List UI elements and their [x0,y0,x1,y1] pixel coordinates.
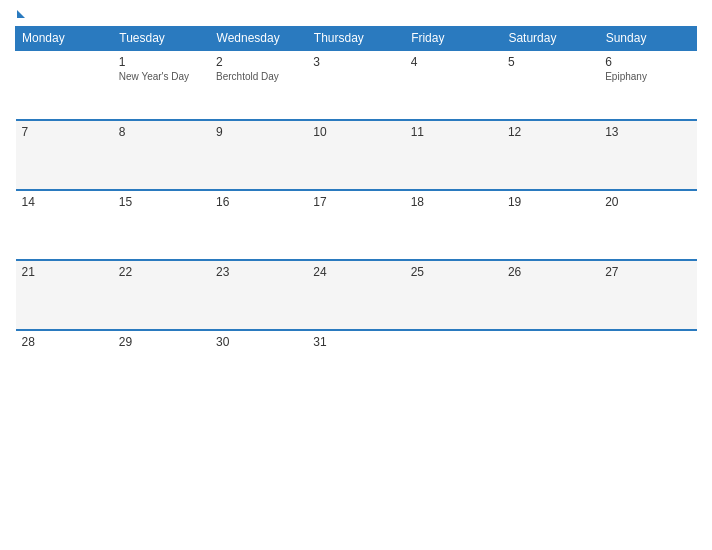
day-number: 15 [119,195,204,209]
day-number: 23 [216,265,301,279]
calendar-day-header: Monday [16,27,113,51]
day-number: 28 [22,335,107,349]
day-number: 21 [22,265,107,279]
calendar-cell: 2Berchtold Day [210,50,307,120]
calendar-cell: 14 [16,190,113,260]
calendar-cell: 10 [307,120,404,190]
calendar-cell: 31 [307,330,404,400]
calendar-cell: 30 [210,330,307,400]
day-number: 26 [508,265,593,279]
calendar-cell [16,50,113,120]
calendar-cell: 25 [405,260,502,330]
calendar-cell [405,330,502,400]
logo-triangle-icon [17,10,25,18]
day-number: 9 [216,125,301,139]
calendar-cell: 8 [113,120,210,190]
calendar-cell: 12 [502,120,599,190]
calendar-cell: 29 [113,330,210,400]
holiday-label: Berchtold Day [216,71,301,82]
calendar-cell: 5 [502,50,599,120]
calendar-day-header: Sunday [599,27,696,51]
calendar-cell: 6Epiphany [599,50,696,120]
calendar-cell: 21 [16,260,113,330]
day-number: 13 [605,125,690,139]
calendar-table: MondayTuesdayWednesdayThursdayFridaySatu… [15,26,697,400]
day-number: 12 [508,125,593,139]
calendar-cell: 16 [210,190,307,260]
calendar-day-header: Saturday [502,27,599,51]
calendar-day-header: Wednesday [210,27,307,51]
calendar-day-header: Tuesday [113,27,210,51]
day-number: 30 [216,335,301,349]
calendar-week-row: 28293031 [16,330,697,400]
logo-blue-row [15,10,25,18]
day-number: 11 [411,125,496,139]
calendar-cell: 20 [599,190,696,260]
day-number: 19 [508,195,593,209]
calendar-cell: 4 [405,50,502,120]
calendar-cell: 3 [307,50,404,120]
day-number: 29 [119,335,204,349]
calendar-cell: 24 [307,260,404,330]
holiday-label: New Year's Day [119,71,204,82]
page: MondayTuesdayWednesdayThursdayFridaySatu… [0,0,712,550]
calendar-cell: 13 [599,120,696,190]
day-number: 4 [411,55,496,69]
day-number: 7 [22,125,107,139]
holiday-label: Epiphany [605,71,690,82]
calendar-cell: 19 [502,190,599,260]
day-number: 20 [605,195,690,209]
calendar-cell: 17 [307,190,404,260]
day-number: 14 [22,195,107,209]
calendar-cell: 15 [113,190,210,260]
calendar-cell: 11 [405,120,502,190]
day-number: 8 [119,125,204,139]
day-number: 27 [605,265,690,279]
day-number: 17 [313,195,398,209]
calendar-cell: 1New Year's Day [113,50,210,120]
day-number: 3 [313,55,398,69]
day-number: 6 [605,55,690,69]
calendar-day-header: Thursday [307,27,404,51]
calendar-week-row: 1New Year's Day2Berchtold Day3456Epiphan… [16,50,697,120]
calendar-cell: 9 [210,120,307,190]
calendar-cell: 7 [16,120,113,190]
calendar-cell [599,330,696,400]
day-number: 24 [313,265,398,279]
day-number: 5 [508,55,593,69]
calendar-week-row: 21222324252627 [16,260,697,330]
day-number: 25 [411,265,496,279]
calendar-cell: 23 [210,260,307,330]
calendar-cell [502,330,599,400]
day-number: 22 [119,265,204,279]
calendar-cell: 27 [599,260,696,330]
day-number: 18 [411,195,496,209]
calendar-cell: 18 [405,190,502,260]
day-number: 31 [313,335,398,349]
calendar-header-row: MondayTuesdayWednesdayThursdayFridaySatu… [16,27,697,51]
calendar-week-row: 78910111213 [16,120,697,190]
day-number: 16 [216,195,301,209]
header [15,10,697,18]
logo [15,10,25,18]
day-number: 1 [119,55,204,69]
day-number: 2 [216,55,301,69]
day-number: 10 [313,125,398,139]
calendar-cell: 28 [16,330,113,400]
calendar-cell: 26 [502,260,599,330]
calendar-cell: 22 [113,260,210,330]
calendar-week-row: 14151617181920 [16,190,697,260]
calendar-day-header: Friday [405,27,502,51]
